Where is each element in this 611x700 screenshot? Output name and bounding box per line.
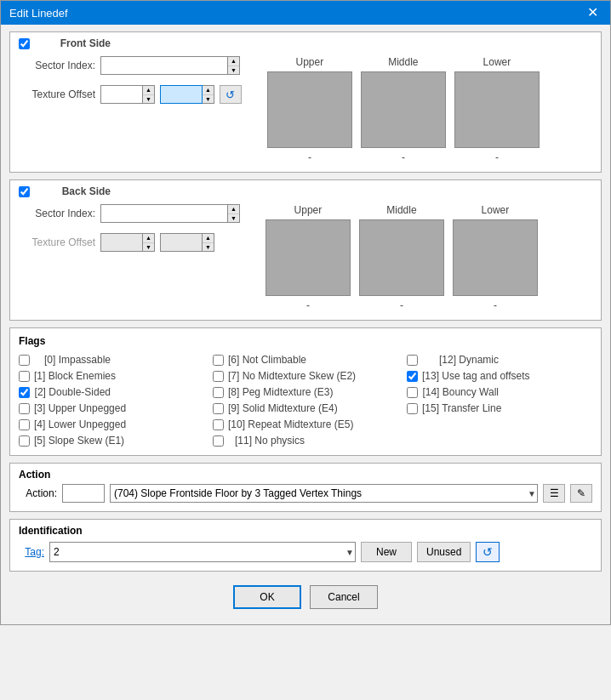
- back-side-label: Back Side: [34, 185, 111, 197]
- back-offset-y-input[interactable]: 0: [160, 233, 203, 252]
- front-sector-index-up[interactable]: ▲: [228, 57, 239, 66]
- new-button[interactable]: New: [361, 542, 412, 562]
- front-side-label: Front Side: [34, 37, 111, 49]
- flag-item-14: [14] Bouncy Wall: [407, 386, 592, 398]
- flag-checkbox-8[interactable]: [213, 387, 224, 398]
- back-offset-x-input[interactable]: 0: [100, 233, 143, 252]
- front-sector-index-spinner: ▲ ▼: [228, 56, 240, 75]
- flag-item-9: [9] Solid Midtexture (E4): [213, 402, 398, 414]
- action-number-input[interactable]: 704: [62, 484, 105, 503]
- action-edit-button[interactable]: ☰: [543, 484, 565, 503]
- front-textures-area: Upper - Middle - Lower -: [267, 56, 540, 163]
- flag-checkbox-15[interactable]: [407, 403, 418, 414]
- flag-checkbox-12[interactable]: [407, 355, 418, 366]
- front-offset-x-down[interactable]: ▼: [143, 95, 154, 104]
- front-side-checkbox[interactable]: [19, 38, 30, 49]
- flag-checkbox-0[interactable]: [19, 355, 30, 366]
- back-texture-offset-label: Texture Offset: [19, 236, 95, 248]
- front-upper-texture-box[interactable]: [267, 71, 352, 148]
- close-button[interactable]: ✕: [584, 6, 602, 20]
- flag-item-3: [3] Upper Unpegged: [19, 402, 204, 414]
- flag-checkbox-7[interactable]: [213, 371, 224, 382]
- identification-reset-button[interactable]: ↺: [476, 542, 500, 562]
- back-side-section: Back Side Sector Index: 4 ▲ ▼: [9, 179, 602, 321]
- tag-dropdown-wrap: 2 ▼: [49, 542, 356, 562]
- front-offset-x-input[interactable]: 3: [100, 85, 143, 104]
- flag-checkbox-14[interactable]: [407, 387, 418, 398]
- flag-checkbox-11[interactable]: [213, 435, 224, 447]
- back-lower-label: Lower: [482, 204, 510, 216]
- back-middle-name: -: [400, 299, 403, 311]
- back-upper-texture-box[interactable]: [266, 219, 351, 296]
- action-title: Action: [19, 469, 592, 481]
- front-middle-texture-box[interactable]: [361, 71, 446, 148]
- front-middle-label: Middle: [388, 56, 418, 68]
- back-middle-texture-col: Middle -: [359, 204, 444, 311]
- cancel-button[interactable]: Cancel: [310, 585, 378, 609]
- flag-item-0: [0] Impassable: [19, 354, 204, 366]
- front-side-section: Front Side Sector Index: 8 ▲ ▼: [9, 31, 602, 173]
- back-offset-y-up[interactable]: ▲: [203, 234, 214, 243]
- unused-button[interactable]: Unused: [417, 542, 471, 562]
- front-offset-y-input[interactable]: 4: [160, 85, 203, 104]
- front-offset-y-down[interactable]: ▼: [203, 95, 214, 104]
- flag-checkbox-9[interactable]: [213, 403, 224, 414]
- front-sector-index-down[interactable]: ▼: [228, 66, 239, 75]
- back-offset-y-down[interactable]: ▼: [203, 243, 214, 252]
- action-dropdown[interactable]: (704) Slope Frontside Floor by 3 Tagged …: [110, 484, 538, 503]
- front-sector-index-input[interactable]: 8: [100, 56, 228, 75]
- front-lower-name: -: [495, 151, 499, 163]
- flag-checkbox-2[interactable]: [19, 387, 30, 398]
- flag-checkbox-10[interactable]: [213, 419, 224, 430]
- back-sector-index-down[interactable]: ▼: [228, 214, 239, 223]
- flag-label-4: [4] Lower Unpegged: [34, 418, 126, 430]
- flag-label-12: [12] Dynamic: [422, 354, 499, 366]
- flag-checkbox-5[interactable]: [19, 435, 30, 447]
- back-textures-area: Upper - Middle - Lower -: [266, 204, 538, 311]
- flag-checkbox-1[interactable]: [19, 371, 30, 382]
- flag-item-10: [10] Repeat Midtexture (E5): [213, 418, 398, 430]
- title-bar: Edit Linedef ✕: [1, 1, 610, 25]
- tag-link-label[interactable]: Tag:: [19, 546, 44, 558]
- flag-checkbox-13[interactable]: [407, 371, 418, 382]
- flag-label-15: [15] Transfer Line: [422, 402, 501, 414]
- back-lower-texture-box[interactable]: [453, 219, 538, 296]
- back-offset-x-spinner: ▲ ▼: [143, 233, 155, 252]
- back-lower-name: -: [494, 299, 497, 311]
- front-texture-offset-label: Texture Offset: [19, 88, 95, 100]
- flag-label-0: [0] Impassable: [34, 354, 111, 366]
- front-offset-y-up[interactable]: ▲: [203, 86, 214, 95]
- front-lower-texture-box[interactable]: [454, 71, 540, 148]
- back-upper-label: Upper: [294, 204, 323, 216]
- tag-dropdown[interactable]: 2: [49, 542, 356, 562]
- flag-label-13: [13] Use tag and offsets: [422, 370, 530, 382]
- flag-label-2: [2] Double-Sided: [34, 386, 111, 398]
- flag-label-14: [14] Bouncy Wall: [422, 386, 499, 398]
- action-tool-button[interactable]: ✎: [570, 484, 592, 503]
- back-sector-index-input[interactable]: 4: [100, 204, 228, 223]
- front-upper-name: -: [308, 151, 311, 163]
- back-offset-x-down[interactable]: ▼: [143, 243, 154, 252]
- back-middle-texture-box[interactable]: [359, 219, 444, 296]
- back-sector-index-label: Sector Index:: [19, 208, 95, 219]
- front-offset-x-spinner: ▲ ▼: [143, 85, 155, 104]
- flag-label-11: [11] No physics: [228, 435, 305, 447]
- back-offset-y-spinner: ▲ ▼: [203, 233, 214, 252]
- back-offset-x-up[interactable]: ▲: [143, 234, 154, 243]
- ok-button[interactable]: OK: [233, 585, 301, 609]
- flag-item-12: [12] Dynamic: [407, 354, 592, 366]
- action-dropdown-wrap: (704) Slope Frontside Floor by 3 Tagged …: [110, 484, 538, 503]
- back-sector-index-up[interactable]: ▲: [228, 205, 239, 214]
- flag-label-9: [9] Solid Midtexture (E4): [228, 402, 338, 414]
- flag-checkbox-4[interactable]: [19, 419, 30, 430]
- flag-checkbox-3[interactable]: [19, 403, 30, 414]
- front-offset-x-up[interactable]: ▲: [143, 86, 154, 95]
- back-side-checkbox[interactable]: [19, 186, 30, 197]
- front-offset-reset-button[interactable]: ↺: [220, 85, 242, 104]
- front-middle-name: -: [402, 151, 405, 163]
- identification-section: Identification Tag: 2 ▼ New Unused ↺: [9, 519, 602, 572]
- flag-label-5: [5] Slope Skew (E1): [34, 435, 124, 447]
- flag-checkbox-6[interactable]: [213, 355, 224, 366]
- back-upper-name: -: [306, 299, 310, 311]
- flag-label-1: [1] Block Enemies: [34, 370, 116, 382]
